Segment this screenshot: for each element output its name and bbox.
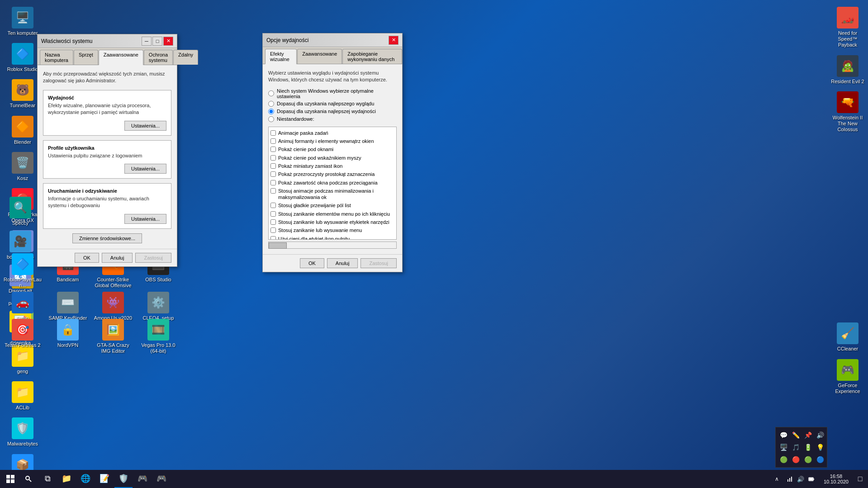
desktop-icon-ten-komputer[interactable]: 🖥️ Ten komputer <box>2 5 43 38</box>
checkbox-stosuj-gladkie-input[interactable] <box>270 203 276 208</box>
radio-win-choose-input[interactable] <box>268 90 274 96</box>
perf-checkbox-list[interactable]: Animacje paska zadań Animuj formanty i e… <box>268 127 397 240</box>
env-button[interactable]: Zmienne środowiskowe... <box>72 233 142 243</box>
scrollbar-thumb[interactable] <box>269 242 287 249</box>
taskbar-edge[interactable]: 🌐 <box>76 470 95 488</box>
desktop-icon-vegas-pro[interactable]: 🎞️ Vegas Pro 13.0 (64-bit) <box>136 317 181 356</box>
section-profile-title: Profile użytkownika <box>48 145 166 151</box>
checkbox-uzyi-cieni-input[interactable] <box>270 236 276 240</box>
svg-rect-11 <box>809 478 813 480</box>
checkbox-pokaz-zawartosc-input[interactable] <box>270 180 276 185</box>
checkbox-pokaz-cienie-okna: Pokaż cienie pod oknami <box>270 145 394 153</box>
sysprops-title: Właściwości systemu <box>41 38 142 44</box>
tab-nazwa-komputera[interactable]: Nazwa komputera <box>40 50 73 65</box>
tray-icon-network[interactable] <box>785 474 795 484</box>
tab-ochrona[interactable]: Ochrona systemu <box>144 50 173 65</box>
tab-zapobieganie[interactable]: Zapobieganie wykonywaniu danych <box>342 49 402 64</box>
perf-content: Wybierz ustawienia wyglądu i wydajności … <box>263 64 402 254</box>
tray-popup-icon-9[interactable]: 🔴 <box>790 454 801 465</box>
tray-popup-icon-1[interactable]: ✏️ <box>790 430 801 441</box>
perf-ok-button[interactable]: OK <box>300 258 324 268</box>
tray-popup-icon-8[interactable]: 🟢 <box>778 454 789 465</box>
radio-custom[interactable]: Niestandardowe: <box>268 116 397 122</box>
uruchamianie-settings-button[interactable]: Ustawienia... <box>124 214 166 224</box>
tray-popup-icon-0[interactable]: 💬 <box>778 430 789 441</box>
section-uruchamianie: Uruchamianie i odzyskiwanie Informacje o… <box>43 183 171 229</box>
checkbox-pokaz-miniatury-input[interactable] <box>270 163 276 169</box>
radio-best-perf-input[interactable] <box>268 109 274 114</box>
tab-zdalny[interactable]: Zdalny <box>173 50 198 65</box>
checkbox-uzyi-cieni: Użyj cieni dla etykiet ikon pulpitu <box>270 235 394 240</box>
desktop-icon-nfs[interactable]: 🏎️ Need for Speed™ Payback <box>827 5 868 51</box>
perf-scrollbar[interactable] <box>268 242 397 249</box>
desktop-icon-speccy[interactable]: 🔍 Speccy <box>0 194 41 228</box>
profile-settings-button[interactable]: Ustawienia... <box>124 164 166 174</box>
taskbar-steam[interactable]: 🎮 <box>152 470 171 488</box>
taskbar-explorer[interactable]: 📁 <box>57 470 76 488</box>
perf-close-button[interactable]: ✕ <box>389 36 398 45</box>
tray-popup-icon-4[interactable]: 🖥️ <box>778 442 789 453</box>
tray-popup-icon-6[interactable]: 🔋 <box>802 442 813 453</box>
start-button[interactable] <box>0 470 20 488</box>
checkbox-stosuj-zanikanie-menu-input[interactable] <box>270 211 276 217</box>
desktop-icon-team-fortress[interactable]: 🎯 Team Fortress 2 <box>0 317 45 356</box>
tray-popup-icon-5[interactable]: 🎵 <box>790 442 801 453</box>
tray-popup-icon-3[interactable]: 🔊 <box>815 430 825 441</box>
radio-best-perf[interactable]: Dopasuj dla uzyskania najlepszej wydajno… <box>268 109 397 114</box>
checkbox-pokaz-cienie-myszy-input[interactable] <box>270 155 276 161</box>
sysprops-footer: OK Anuluj Zastosuj <box>38 249 177 266</box>
tab-sprzet[interactable]: Sprzęt <box>74 50 98 65</box>
svg-rect-2 <box>6 479 10 483</box>
tray-icon-volume[interactable]: 🔊 <box>796 474 806 484</box>
tray-popup-icon-11[interactable]: 🔵 <box>815 454 825 465</box>
taskbar-store[interactable]: 🛡️ <box>114 470 133 488</box>
desktop-icon-geforce[interactable]: 🎮 GeForce Experience <box>827 357 868 397</box>
desktop-icon-nordvpn[interactable]: 🔒 NordVPN <box>45 317 90 356</box>
checkbox-animuj-formanty-input[interactable] <box>270 138 276 144</box>
checkbox-stosuj-zanikanie-wysuw-input[interactable] <box>270 227 276 233</box>
minimize-button[interactable]: ─ <box>142 37 152 46</box>
checkbox-pokaz-prostokt-input[interactable] <box>270 171 276 177</box>
checkbox-pokaz-cienie-myszy: Pokaż cienie pod wskaźnikiem myszy <box>270 154 394 162</box>
tray-icon-battery[interactable] <box>806 474 816 484</box>
notification-button[interactable]: □ <box>852 470 868 488</box>
sysprops-cancel-button[interactable]: Anuluj <box>102 253 133 263</box>
tab-zaawansowane[interactable]: Zaawansowane <box>99 50 143 65</box>
sysprops-apply-button[interactable]: Zastosuj <box>135 253 171 263</box>
maximize-button[interactable]: □ <box>152 37 162 46</box>
taskbar-gamepad[interactable]: 🎮 <box>133 470 152 488</box>
window-performance-options: Opcje wydajności ✕ Efekty wizualne Zaawa… <box>262 33 403 272</box>
desktop-icon-ccleaner[interactable]: 🧹 CCleaner <box>827 320 868 354</box>
perf-apply-button[interactable]: Zastosuj <box>360 258 397 268</box>
radio-win-choose-label: Niech system Windows wybierze optymalne … <box>277 88 397 99</box>
sysprops-ok-button[interactable]: OK <box>75 253 99 263</box>
perf-titlebar-buttons: ✕ <box>389 36 398 45</box>
taskbar-search-button[interactable] <box>20 470 36 488</box>
desktop-icon-aclib[interactable]: 📁 ACLib <box>2 379 43 413</box>
tab-zaawansowane-perf[interactable]: Zaawansowane <box>297 49 342 64</box>
taskbar-notepad[interactable]: 📝 <box>95 470 114 488</box>
taskbar-task-view[interactable]: ⧉ <box>38 470 57 488</box>
close-button[interactable]: ✕ <box>163 37 173 46</box>
checkbox-animacje-paska-input[interactable] <box>270 130 276 136</box>
radio-custom-input[interactable] <box>268 116 274 122</box>
checkbox-pokaz-cienie-okna-input[interactable] <box>270 147 276 152</box>
radio-best-look[interactable]: Dopasuj dla uzyskania najlepszego wygląd… <box>268 101 397 107</box>
perf-cancel-button[interactable]: Anuluj <box>327 258 358 268</box>
tray-clock[interactable]: 16:58 10.10.2020 <box>820 470 852 488</box>
tray-popup-icon-2[interactable]: 📌 <box>802 430 813 441</box>
tray-popup-icon-7[interactable]: 💡 <box>815 442 825 453</box>
checkbox-stosuj-zanikanie-etyk-input[interactable] <box>270 219 276 225</box>
tray-popup-icon-10[interactable]: 🟢 <box>802 454 813 465</box>
desktop-icon-resident-evil[interactable]: 🧟 Resident Evil 2 <box>827 53 868 87</box>
radio-best-look-input[interactable] <box>268 101 274 107</box>
wydajnosc-settings-button[interactable]: Ustawienia... <box>124 121 166 131</box>
desktop-icon-malwarebytes[interactable]: 🛡️ Malwarebytes <box>2 415 43 449</box>
show-hidden-icons[interactable]: ∧ <box>773 476 781 482</box>
tab-efekty-wizualne[interactable]: Efekty wizualne <box>265 49 297 64</box>
desktop-icon-gta-img[interactable]: 🖼️ GTA-SA Crazy IMG Editor <box>90 317 136 356</box>
checkbox-stosuj-animacje-input[interactable] <box>270 188 276 194</box>
desktop-icon-wolfenstein[interactable]: 🔫 Wolfenstein II The New Colossus <box>827 89 868 135</box>
radio-win-choose[interactable]: Niech system Windows wybierze optymalne … <box>268 88 397 99</box>
sysprops-tabs: Nazwa komputera Sprzęt Zaawansowane Ochr… <box>38 48 177 65</box>
